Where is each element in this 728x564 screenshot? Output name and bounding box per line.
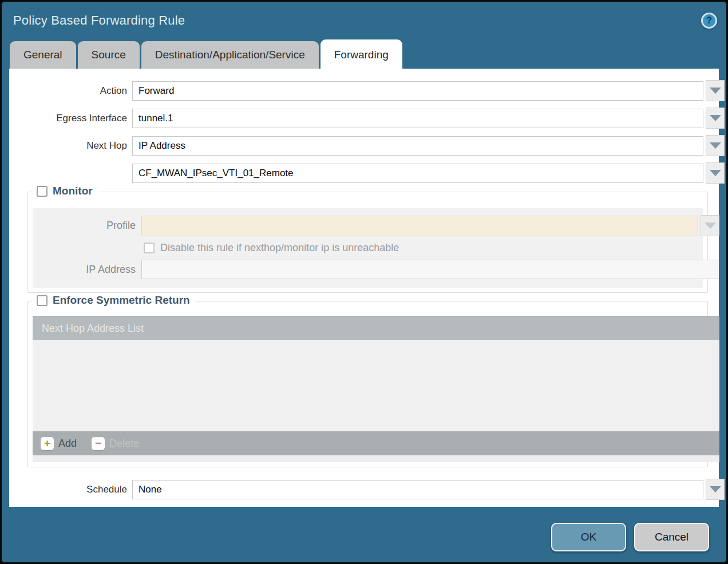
disable-rule-checkbox [144,243,155,253]
next-hop-type-dropdown[interactable]: IP Address [132,136,703,156]
delete-button: − Delete [92,437,139,450]
next-hop-type-dropdown-button[interactable] [706,135,725,156]
delete-button-label: Delete [109,438,139,450]
help-icon[interactable]: ? [701,13,717,29]
plus-icon: + [41,437,54,450]
monitor-profile-row: Profile [33,215,703,236]
dialog-footer: OK Cancel [2,507,726,551]
monitor-ip-input [141,260,718,279]
help-glyph: ? [706,15,712,26]
monitor-ip-row: IP Address [33,260,703,279]
monitor-ip-label: IP Address [33,264,141,276]
next-hop-address-table: Next Hop Address List + Add − Delete [33,316,719,462]
policy-based-forwarding-dialog: Policy Based Forwarding Rule ? General S… [0,0,728,564]
forwarding-tab-panel: Action Forward Egress Interface tunnel.1… [9,69,719,507]
next-hop-address-dropdown-button[interactable] [706,162,725,184]
tab-bar: General Source Destination/Application/S… [2,39,726,69]
ok-button[interactable]: OK [551,523,626,551]
action-dropdown-button[interactable] [706,80,725,101]
chevron-down-icon [710,88,721,94]
table-bottom-strip [33,455,719,462]
add-button[interactable]: + Add [41,437,77,450]
tab-destination-application-service[interactable]: Destination/Application/Service [141,41,319,69]
monitor-disable-row: Disable this rule if nexthop/monitor ip … [144,242,703,254]
egress-interface-label: Egress Interface [9,113,132,124]
monitor-group-header: Monitor [31,185,98,197]
add-button-label: Add [58,438,77,450]
monitor-legend: Monitor [53,185,93,197]
dialog-title: Policy Based Forwarding Rule [13,13,185,28]
schedule-dropdown-button[interactable] [706,479,725,500]
enforce-symmetric-return-checkbox[interactable] [37,295,48,306]
next-hop-address-list-toolbar: + Add − Delete [33,431,719,455]
tab-forwarding[interactable]: Forwarding [321,39,402,69]
symmetric-return-group: Enforce Symmetric Return Next Hop Addres… [27,301,708,467]
next-hop-address-row: CF_MWAN_IPsec_VTI_01_Remote [9,162,719,184]
symmetric-return-group-header: Enforce Symmetric Return [31,294,195,307]
cancel-button[interactable]: Cancel [634,523,709,551]
schedule-dropdown[interactable]: None [132,480,703,499]
next-hop-address-list-header: Next Hop Address List [33,316,719,340]
action-label: Action [9,85,132,97]
egress-interface-dropdown[interactable]: tunnel.1 [132,109,703,128]
monitor-checkbox[interactable] [37,186,48,197]
chevron-down-icon [710,170,721,176]
next-hop-row: Next Hop IP Address [9,135,719,156]
monitor-profile-dropdown [141,216,698,236]
enforce-symmetric-return-legend: Enforce Symmetric Return [53,294,190,307]
next-hop-address-list-body [33,340,719,431]
next-hop-label: Next Hop [9,140,132,152]
chevron-down-icon [705,223,716,229]
egress-interface-dropdown-button[interactable] [706,108,725,129]
tab-source[interactable]: Source [78,41,140,69]
minus-icon: − [92,437,105,450]
next-hop-type-value: IP Address [139,140,185,152]
monitor-profile-label: Profile [33,220,141,232]
schedule-value: None [139,484,162,495]
egress-interface-row: Egress Interface tunnel.1 [9,108,719,129]
next-hop-address-value: CF_MWAN_IPsec_VTI_01_Remote [139,168,294,179]
schedule-label: Schedule [9,484,132,495]
disable-rule-label: Disable this rule if nexthop/monitor ip … [160,242,399,254]
schedule-row: Schedule None [9,479,719,500]
action-value: Forward [139,85,174,97]
egress-interface-value: tunnel.1 [139,113,173,124]
action-row: Action Forward [9,80,719,101]
chevron-down-icon [710,142,721,149]
monitor-group: Monitor Profile Disable this rule if nex… [27,192,708,293]
chevron-down-icon [710,115,721,121]
tab-general[interactable]: General [10,41,76,69]
chevron-down-icon [710,486,721,492]
next-hop-address-dropdown[interactable]: CF_MWAN_IPsec_VTI_01_Remote [132,164,703,183]
monitor-panel: Profile Disable this rule if nexthop/mon… [33,208,703,288]
action-dropdown[interactable]: Forward [132,81,703,101]
monitor-profile-dropdown-button [701,215,719,236]
dialog-titlebar: Policy Based Forwarding Rule ? [2,2,726,39]
